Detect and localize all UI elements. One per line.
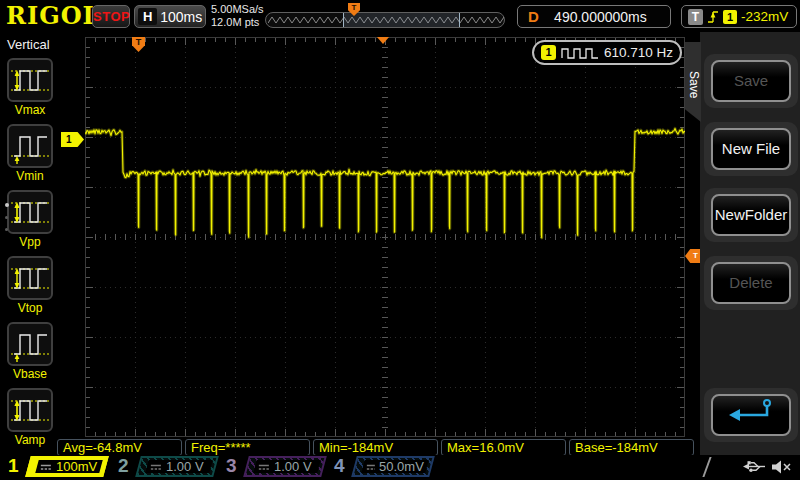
- trigger-edge-icon: [707, 9, 719, 25]
- vmin-icon: [7, 124, 53, 168]
- save-menu-panel: Save Save New File NewFolder Delete: [700, 32, 800, 455]
- sidebar-title: Vertical: [7, 37, 50, 52]
- delay-value: 490.000000ms: [539, 9, 670, 25]
- measurement-avg: Avg=-64.8mV: [57, 439, 182, 456]
- channel1-ground-marker[interactable]: 1: [61, 132, 84, 147]
- top-status-bar: RIGOL STOP H 100ms 5.00MSa/s 12.0M pts T…: [0, 0, 800, 32]
- waveform-display: T 1 T 1 610.710 Hz: [60, 32, 700, 437]
- trigger-label: T: [688, 9, 703, 25]
- delay-label: D: [528, 8, 539, 25]
- speaker-muted-icon: [770, 459, 792, 475]
- page-dot-3: [5, 228, 8, 231]
- memory-depth: 12.0M pts: [211, 16, 264, 29]
- acquisition-info: 5.00MSa/s 12.0M pts: [211, 3, 264, 29]
- vtop-icon: [7, 256, 53, 300]
- oscilloscope-screen: RIGOL STOP H 100ms 5.00MSa/s 12.0M pts T…: [0, 0, 800, 480]
- menu-tab-save: Save: [685, 42, 701, 122]
- vmax-icon: [7, 58, 53, 102]
- h-label: H: [138, 8, 157, 25]
- visible-window-region: [343, 13, 460, 27]
- frequency-value: 610.710 Hz: [604, 45, 673, 60]
- vamp-icon: [7, 388, 53, 432]
- measurement-max: Max=16.0mV: [441, 439, 566, 456]
- trigger-level-marker[interactable]: T: [685, 249, 700, 263]
- measure-sidebar: Vertical Vmax Vmin: [0, 32, 60, 455]
- frequency-counter: 1 610.710 Hz: [532, 40, 682, 65]
- square-wave-icon: [561, 46, 599, 60]
- return-arrow-icon: [726, 396, 776, 424]
- back-button[interactable]: [711, 394, 791, 436]
- new-file-button[interactable]: New File: [711, 128, 791, 170]
- channel-1-box[interactable]: 1 100mV: [0, 455, 108, 479]
- counter-source-badge: 1: [541, 45, 556, 60]
- vbase-icon: [7, 322, 53, 366]
- dc-coupling-icon: [40, 463, 52, 471]
- trigger-level-value: -232mV: [741, 9, 788, 24]
- sample-rate: 5.00MSa/s: [211, 3, 264, 16]
- vpp-icon: [7, 190, 53, 234]
- channel-4-box[interactable]: 4 50.0mV: [326, 455, 434, 479]
- run-stop-status[interactable]: STOP: [92, 5, 130, 28]
- usb-icon: [742, 459, 768, 474]
- timebase-value: 100ms: [157, 9, 205, 25]
- dc-coupling-icon: [150, 463, 162, 471]
- measurement-base: Base=-184mV: [569, 439, 694, 456]
- trigger-readout-box: T 1 -232mV: [681, 5, 797, 28]
- save-button[interactable]: Save: [711, 60, 791, 102]
- channel-3-box[interactable]: 3 1.00 V: [218, 455, 326, 479]
- delete-button[interactable]: Delete: [711, 262, 791, 304]
- channel-2-box[interactable]: 2 1.00 V: [110, 455, 218, 479]
- horizontal-position-bar[interactable]: [265, 12, 505, 28]
- page-dot-1: [5, 203, 9, 207]
- delay-readout-box: D 490.000000ms: [517, 5, 671, 28]
- page-dot-2: [5, 216, 8, 219]
- graticule-and-trace: [85, 37, 685, 437]
- trigger-source-badge: 1: [723, 10, 737, 24]
- measurement-min: Min=-184mV: [313, 439, 438, 456]
- channel-status-bar: 1 100mV 2 1.00 V 3: [0, 455, 800, 480]
- horizontal-timebase-box[interactable]: H 100ms: [134, 5, 206, 28]
- new-folder-button[interactable]: NewFolder: [711, 194, 791, 236]
- rigol-logo: RIGOL: [6, 1, 100, 30]
- divider: [702, 457, 711, 477]
- dc-coupling-icon: [366, 463, 375, 471]
- dc-coupling-icon: [258, 463, 270, 471]
- measurement-freq: Freq=*****: [185, 439, 310, 456]
